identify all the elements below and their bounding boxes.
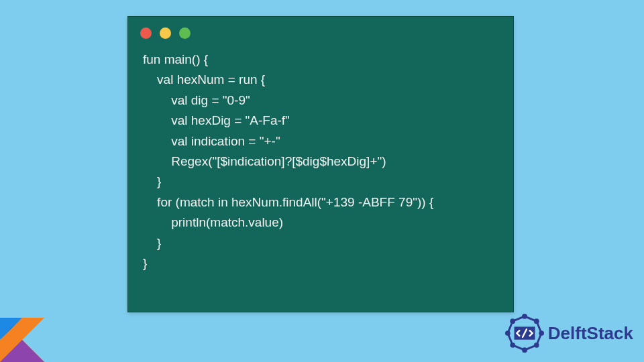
code-line: val hexDig = "A-Fa-f" — [143, 113, 290, 127]
code-line: Regex("[$indication]?[$dig$hexDig]+") — [143, 154, 386, 168]
code-line: fun main() { — [143, 52, 208, 66]
window-controls — [128, 17, 513, 46]
svg-point-13 — [510, 318, 515, 324]
code-window: fun main() { val hexNum = run { val dig … — [127, 16, 514, 312]
kotlin-logo-icon — [0, 318, 44, 362]
svg-point-10 — [522, 347, 527, 353]
delftstack-logo-icon — [505, 314, 544, 353]
code-line: } — [143, 174, 161, 188]
code-line: } — [143, 236, 161, 250]
svg-point-11 — [510, 343, 515, 348]
code-line: val dig = "0-9" — [143, 93, 250, 107]
svg-point-8 — [539, 330, 544, 336]
code-line: for (match in hexNum.findAll("+139 -ABFF… — [143, 195, 433, 209]
close-icon — [140, 27, 152, 39]
code-block: fun main() { val hexNum = run { val dig … — [128, 46, 513, 287]
brand-badge: DelftStack — [505, 314, 633, 353]
code-line: println(match.value) — [143, 215, 283, 229]
maximize-icon — [179, 27, 191, 39]
minimize-icon — [160, 27, 171, 39]
svg-point-12 — [505, 330, 511, 336]
svg-point-7 — [534, 318, 539, 324]
code-line: } — [143, 256, 147, 270]
code-line: val indication = "+-" — [143, 134, 280, 148]
brand-name: DelftStack — [548, 323, 633, 344]
svg-point-6 — [522, 314, 527, 319]
code-line: val hexNum = run { — [143, 72, 265, 86]
svg-point-9 — [534, 343, 539, 348]
